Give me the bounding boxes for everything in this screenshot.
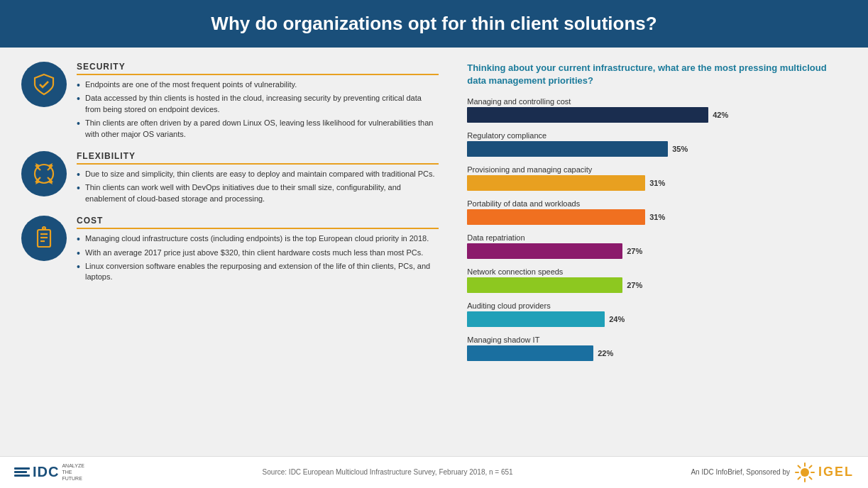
bar-fill: [467, 243, 622, 259]
bar-percentage: 22%: [598, 349, 613, 357]
bullet-item: Thin clients are often driven by a pared…: [77, 118, 439, 140]
bar-percentage: 24%: [609, 315, 625, 323]
bar-row: 22%: [467, 345, 847, 361]
bullet-item: Endpoints are one of the most frequent p…: [77, 79, 439, 90]
sponsor-text: An IDC InfoBrief, Sponsored by: [691, 468, 790, 476]
security-icon-circle: [21, 62, 67, 107]
bullet-item: Thin clients can work well with DevOps i…: [77, 182, 439, 204]
bar-fill: [467, 175, 645, 191]
bar-row: 31%: [467, 175, 847, 191]
bar-row: 35%: [467, 141, 847, 157]
bar-row: 27%: [467, 243, 847, 259]
chart-question: Thinking about your current infrastructu…: [467, 62, 847, 87]
bar-item: Managing shadow IT22%: [467, 336, 847, 361]
bar-label: Managing shadow IT: [467, 336, 847, 344]
right-panel: Thinking about your current infrastructu…: [460, 62, 847, 442]
footer-source: Source: IDC European Multicloud Infrastr…: [263, 468, 513, 476]
bar-label: Provisioning and managing capacity: [467, 165, 847, 174]
bullet-item: Managing cloud infrastructure costs (inc…: [77, 233, 439, 244]
section-flexibility: FLEXIBILITYDue to size and simplicity, t…: [21, 151, 439, 207]
bar-row: 24%: [467, 311, 847, 327]
bar-item: Network connection speeds27%: [467, 267, 847, 293]
bar-percentage: 42%: [713, 111, 728, 119]
svg-line-20: [798, 465, 800, 467]
cost-title: COST: [77, 216, 439, 229]
bar-row: 27%: [467, 277, 847, 293]
bar-percentage: 31%: [649, 179, 665, 187]
bar-percentage: 27%: [627, 247, 642, 255]
igel-logo: IGEL: [794, 462, 854, 483]
bar-item: Regulatory compliance35%: [467, 131, 847, 157]
cost-text: COSTManaging cloud infrastructure costs …: [77, 216, 439, 286]
cost-icon-circle: [21, 216, 67, 261]
bar-percentage: 27%: [627, 281, 642, 289]
section-security: SECURITYEndpoints are one of the most fr…: [21, 62, 439, 143]
idc-logo: IDC ANALYZETHEFUTURE: [14, 462, 84, 482]
svg-line-21: [809, 477, 811, 479]
security-text: SECURITYEndpoints are one of the most fr…: [77, 62, 439, 143]
bar-row: 31%: [467, 209, 847, 225]
cost-bullets: Managing cloud infrastructure costs (inc…: [77, 233, 439, 283]
page-header: Why do organizations opt for thin client…: [0, 0, 868, 48]
footer-right: An IDC InfoBrief, Sponsored by IGEL: [691, 462, 854, 483]
flexibility-title: FLEXIBILITY: [77, 151, 439, 165]
footer: IDC ANALYZETHEFUTURE Source: IDC Europea…: [0, 456, 868, 487]
svg-line-22: [809, 465, 811, 467]
idc-lines-icon: [14, 467, 30, 477]
bar-fill: [467, 345, 593, 361]
bar-percentage: 31%: [649, 213, 665, 221]
bar-item: Managing and controlling cost42%: [467, 97, 847, 123]
bar-label: Portability of data and workloads: [467, 199, 847, 208]
bar-fill: [467, 141, 668, 157]
main-content: SECURITYEndpoints are one of the most fr…: [0, 48, 868, 456]
bar-label: Data repatriation: [467, 233, 847, 242]
bar-row: 42%: [467, 107, 847, 123]
bar-label: Network connection speeds: [467, 267, 847, 276]
security-title: SECURITY: [77, 62, 439, 75]
bullet-item: With an average 2017 price just above $3…: [77, 248, 439, 258]
bar-fill: [467, 277, 622, 293]
bar-fill: [467, 209, 645, 225]
bar-item: Portability of data and workloads31%: [467, 199, 847, 225]
bar-item: Data repatriation27%: [467, 233, 847, 259]
bullet-item: Data accessed by thin clients is hosted …: [77, 93, 439, 115]
flexibility-icon-circle: [21, 151, 67, 196]
section-cost: COSTManaging cloud infrastructure costs …: [21, 216, 439, 286]
igel-wordmark: IGEL: [818, 465, 854, 479]
footer-left: IDC ANALYZETHEFUTURE: [14, 462, 84, 482]
bullet-item: Linux conversion software enables the re…: [77, 261, 439, 283]
idc-wordmark: IDC: [33, 464, 59, 480]
bar-fill: [467, 311, 605, 327]
bar-label: Regulatory compliance: [467, 131, 847, 140]
security-bullets: Endpoints are one of the most frequent p…: [77, 79, 439, 140]
svg-point-15: [801, 468, 809, 477]
bar-fill: [467, 107, 708, 123]
page-title: Why do organizations opt for thin client…: [14, 13, 854, 35]
bar-label: Managing and controlling cost: [467, 97, 847, 106]
igel-sun-icon: [794, 462, 815, 483]
flexibility-bullets: Due to size and simplicity, thin clients…: [77, 169, 439, 204]
bar-percentage: 35%: [672, 145, 688, 153]
bar-label: Auditing cloud providers: [467, 301, 847, 310]
bar-item: Auditing cloud providers24%: [467, 301, 847, 327]
bullet-item: Due to size and simplicity, thin clients…: [77, 169, 439, 179]
left-panel: SECURITYEndpoints are one of the most fr…: [21, 62, 439, 442]
flexibility-text: FLEXIBILITYDue to size and simplicity, t…: [77, 151, 439, 207]
svg-line-23: [798, 477, 800, 479]
bar-item: Provisioning and managing capacity31%: [467, 165, 847, 191]
idc-tagline: ANALYZETHEFUTURE: [62, 462, 84, 482]
